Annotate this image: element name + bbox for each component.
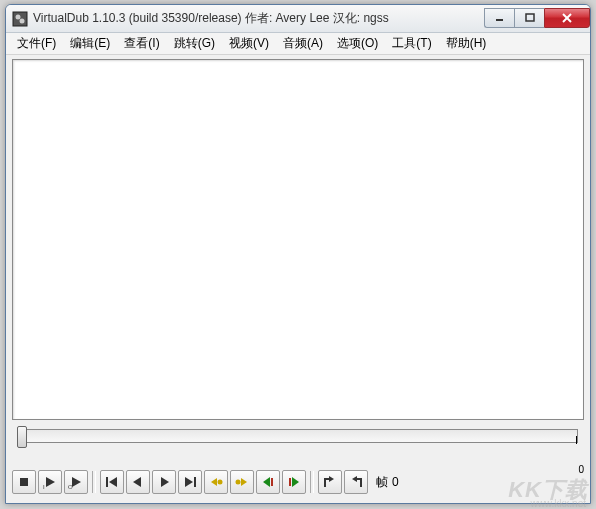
play-input-icon: I: [42, 474, 58, 490]
svg-marker-16: [185, 477, 193, 487]
seek-end-tick: [576, 436, 577, 444]
play-output-button[interactable]: O: [64, 470, 88, 494]
toolbar-separator: [310, 471, 314, 493]
go-end-button[interactable]: [178, 470, 202, 494]
svg-point-1: [16, 14, 21, 19]
svg-marker-15: [161, 477, 169, 487]
mark-in-icon: [322, 474, 338, 490]
svg-marker-14: [133, 477, 141, 487]
svg-rect-4: [526, 14, 534, 21]
mark-in-button[interactable]: [318, 470, 342, 494]
maximize-button[interactable]: [514, 8, 544, 28]
scene-prev-button[interactable]: [256, 470, 280, 494]
svg-marker-27: [352, 476, 357, 482]
svg-marker-18: [211, 478, 217, 486]
menu-edit[interactable]: 编辑(E): [63, 33, 117, 54]
svg-marker-8: [46, 477, 55, 487]
svg-rect-12: [106, 477, 108, 487]
menu-tools[interactable]: 工具(T): [385, 33, 438, 54]
minimize-button[interactable]: [484, 8, 514, 28]
scene-next-button[interactable]: [282, 470, 306, 494]
menu-video[interactable]: 视频(V): [222, 33, 276, 54]
titlebar: VirtualDub 1.10.3 (build 35390/release) …: [6, 5, 590, 33]
key-next-icon: [234, 474, 250, 490]
start-icon: [104, 474, 120, 490]
close-button[interactable]: [544, 8, 590, 28]
svg-point-2: [20, 18, 25, 23]
video-pane: [12, 59, 584, 420]
svg-marker-21: [241, 478, 247, 486]
close-icon: [561, 12, 573, 24]
seek-track[interactable]: [18, 429, 578, 443]
svg-marker-22: [263, 477, 270, 487]
frame-value: 0: [392, 475, 399, 489]
step-forward-button[interactable]: [152, 470, 176, 494]
svg-rect-17: [194, 477, 196, 487]
minimize-icon: [495, 13, 505, 23]
app-icon: [12, 11, 28, 27]
svg-marker-25: [292, 477, 299, 487]
menubar: 文件(F) 编辑(E) 查看(I) 跳转(G) 视频(V) 音频(A) 选项(O…: [6, 33, 590, 55]
back-icon: [130, 474, 146, 490]
frame-label-text: 帧: [376, 474, 388, 491]
scene-next-icon: [286, 474, 302, 490]
play-input-button[interactable]: I: [38, 470, 62, 494]
seek-end-label: 0: [578, 464, 584, 475]
svg-rect-7: [20, 478, 28, 486]
key-prev-icon: [208, 474, 224, 490]
svg-point-20: [236, 480, 241, 485]
toolbar-separator: [92, 471, 96, 493]
menu-go[interactable]: 跳转(G): [167, 33, 222, 54]
svg-rect-0: [13, 12, 27, 26]
mark-out-button[interactable]: [344, 470, 368, 494]
window-title: VirtualDub 1.10.3 (build 35390/release) …: [33, 10, 484, 27]
svg-rect-24: [289, 478, 291, 486]
step-back-button[interactable]: [126, 470, 150, 494]
menu-view[interactable]: 查看(I): [117, 33, 166, 54]
svg-marker-26: [329, 476, 334, 482]
scene-prev-icon: [260, 474, 276, 490]
menu-options[interactable]: 选项(O): [330, 33, 385, 54]
frame-indicator: 帧 0: [376, 474, 399, 491]
svg-text:I: I: [43, 484, 45, 490]
svg-rect-23: [271, 478, 273, 486]
seekbar-container: 0: [12, 423, 584, 463]
forward-icon: [156, 474, 172, 490]
menu-help[interactable]: 帮助(H): [439, 33, 494, 54]
mark-out-icon: [348, 474, 364, 490]
svg-marker-10: [72, 477, 81, 487]
end-icon: [182, 474, 198, 490]
app-window: VirtualDub 1.10.3 (build 35390/release) …: [5, 4, 591, 504]
key-prev-button[interactable]: [204, 470, 228, 494]
key-next-button[interactable]: [230, 470, 254, 494]
svg-point-19: [218, 480, 223, 485]
menu-audio[interactable]: 音频(A): [276, 33, 330, 54]
maximize-icon: [525, 13, 535, 23]
svg-marker-13: [109, 477, 117, 487]
toolbar: I O: [12, 467, 584, 497]
seek-handle[interactable]: [17, 426, 27, 448]
window-controls: [484, 8, 590, 28]
play-output-icon: O: [68, 474, 84, 490]
go-start-button[interactable]: [100, 470, 124, 494]
svg-text:O: O: [68, 484, 73, 490]
stop-button[interactable]: [12, 470, 36, 494]
stop-icon: [16, 474, 32, 490]
menu-file[interactable]: 文件(F): [10, 33, 63, 54]
